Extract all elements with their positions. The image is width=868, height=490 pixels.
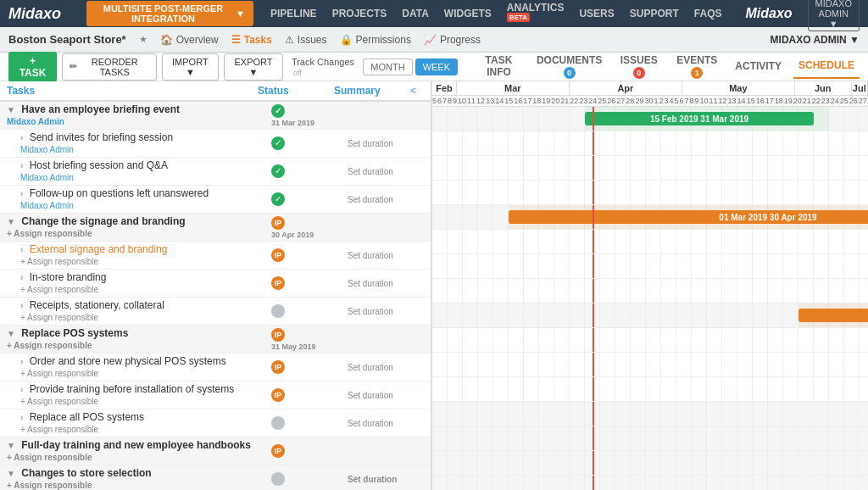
gantt-cell: [844, 353, 860, 376]
table-row[interactable]: ▼ Change the signage and branding + Assi…: [0, 214, 431, 242]
nav-projects[interactable]: PROJECTS: [332, 8, 387, 19]
gantt-day-label: 27: [616, 96, 626, 106]
gantt-cell: [615, 402, 631, 426]
nav-issues[interactable]: ⚠ Issues: [285, 34, 327, 46]
gantt-day-label: 11: [467, 96, 476, 106]
gantt-day-label: 30: [644, 96, 654, 106]
gantt-day-label: 29: [635, 96, 644, 106]
gantt-cell: [524, 156, 539, 180]
table-row[interactable]: ▼ Full-day training and new employee han…: [0, 437, 431, 465]
gantt-cell: [798, 328, 814, 352]
nav-analytics[interactable]: ANALYTICS BETA: [507, 2, 565, 26]
import-button[interactable]: IMPORT ▼: [162, 53, 220, 81]
gantt-cell: [814, 230, 829, 253]
gantt-cell: [570, 451, 585, 475]
nav-progress[interactable]: 📈 Progress: [424, 34, 481, 46]
gantt-cell: [615, 279, 631, 303]
tab-events[interactable]: EVENTS 1: [670, 54, 723, 79]
nav-tasks[interactable]: ☰ Tasks: [231, 34, 272, 46]
gantt-cell: [570, 181, 585, 204]
nav-faqs[interactable]: FAQS: [694, 8, 722, 19]
gantt-row: ▶: [432, 402, 868, 426]
admin-button[interactable]: MIDAXO ADMIN ▼: [808, 0, 860, 31]
nav-permissions[interactable]: 🔒 Permissions: [340, 34, 411, 46]
summary-col: Set duration: [348, 363, 424, 372]
gantt-cell: [539, 303, 554, 327]
gantt-cell: [493, 230, 509, 253]
admin-right[interactable]: MIDAXO ADMIN ▼: [771, 34, 860, 46]
tab-documents[interactable]: DOCUMENTS 0: [531, 54, 607, 79]
task-assignee: + Assign responsible: [20, 257, 98, 266]
gantt-cell: [768, 254, 783, 278]
gantt-cell: [661, 353, 676, 376]
gantt-cell: [860, 402, 868, 426]
gantt-cell: [783, 353, 798, 376]
gantt-cell: [539, 279, 554, 303]
table-row[interactable]: › Order and store new physical POS syste…: [0, 354, 431, 381]
table-row[interactable]: › Provide training before installation o…: [0, 381, 431, 409]
table-row[interactable]: › Send invites for briefing session Mida…: [0, 130, 431, 158]
gantt-cell: [600, 451, 615, 475]
gantt-row: 01 Mar 2019 30 Apr 2019: [432, 205, 868, 230]
table-row[interactable]: ▼ Replace POS systems + Assign responsib…: [0, 326, 431, 354]
gantt-cell: [509, 156, 524, 180]
table-row[interactable]: › Receipts, stationery, collateral + Ass…: [0, 298, 431, 326]
gantt-day-label: 11: [709, 96, 719, 106]
edit-icon: ✏: [70, 61, 77, 72]
nav-users[interactable]: USERS: [579, 8, 614, 19]
nav-data[interactable]: DATA: [402, 8, 429, 19]
task-assignee: + Assign responsible: [20, 313, 98, 322]
gantt-cell: [478, 426, 493, 450]
status-col: IP: [271, 388, 348, 403]
task-table: Tasks Status Summary < ▼ Have an employe…: [0, 81, 432, 490]
gantt-cell: [860, 181, 868, 204]
table-row[interactable]: › Host briefing session and Q&A Midaxo A…: [0, 158, 431, 186]
reorder-tasks-button[interactable]: ✏ REORDER TASKS: [62, 53, 156, 81]
multisite-button[interactable]: MULTISITE POST-MERGER INTEGRATION ▼: [86, 1, 253, 26]
export-button[interactable]: EXPORT ▼: [224, 53, 283, 81]
table-row[interactable]: ▼ Changes to store selection + Assign re…: [0, 465, 431, 490]
gantt-cell: [676, 402, 692, 426]
nav-pipeline[interactable]: PIPELINE: [270, 8, 317, 19]
nav-overview[interactable]: 🏠 Overview: [160, 34, 219, 46]
gantt-chart[interactable]: FebMarAprMayJunJul 567891011121314151617…: [432, 81, 868, 490]
gantt-cell: [646, 303, 661, 327]
gantt-cell: [707, 279, 722, 303]
gantt-cell: [814, 156, 829, 180]
chevron-icon: ▼: [7, 329, 15, 338]
today-line: [593, 131, 594, 155]
gantt-cell: [478, 205, 493, 229]
gantt-cell: [768, 426, 783, 450]
task-name-col: ▼ Replace POS systems + Assign responsib…: [7, 327, 271, 351]
today-line: [593, 279, 594, 303]
nav-widgets[interactable]: WIDGETS: [444, 8, 492, 19]
tab-activity[interactable]: ACTIVITY: [730, 54, 787, 79]
tab-task-info[interactable]: TASK INFO: [473, 54, 525, 79]
add-task-button[interactable]: + TASK: [8, 52, 57, 82]
gantt-cell: [646, 279, 661, 303]
gantt-cell: [539, 254, 554, 278]
nav-support[interactable]: SUPPORT: [630, 8, 679, 19]
col-arrow[interactable]: <: [410, 85, 424, 97]
week-button[interactable]: WEEK: [415, 58, 458, 75]
table-row[interactable]: › Replace all POS systems + Assign respo…: [0, 409, 431, 437]
status-icon-complete: ✓: [271, 164, 285, 178]
gantt-cell: [692, 377, 707, 401]
gantt-cell: [707, 156, 722, 180]
gantt-cell: [768, 476, 783, 490]
task-assignee: Midaxo Admin: [7, 117, 64, 126]
table-row[interactable]: › In-store branding + Assign responsible…: [0, 270, 431, 298]
gantt-cell: [631, 156, 646, 180]
gantt-row: [432, 131, 868, 156]
table-row[interactable]: › External signage and branding + Assign…: [0, 242, 431, 270]
tab-issues[interactable]: ISSUES 0: [614, 54, 664, 79]
today-line: [593, 254, 594, 278]
table-row[interactable]: › Follow-up on questions left unanswered…: [0, 186, 431, 214]
table-row[interactable]: ▼ Have an employee briefing event Midaxo…: [0, 102, 431, 130]
gantt-cell: [646, 377, 661, 401]
gantt-cell: [844, 107, 860, 131]
tab-schedule[interactable]: SCHEDULE: [793, 54, 860, 79]
gantt-cell: [524, 328, 539, 352]
task-name: In-store branding: [30, 271, 107, 283]
month-button[interactable]: MONTH: [363, 58, 412, 75]
